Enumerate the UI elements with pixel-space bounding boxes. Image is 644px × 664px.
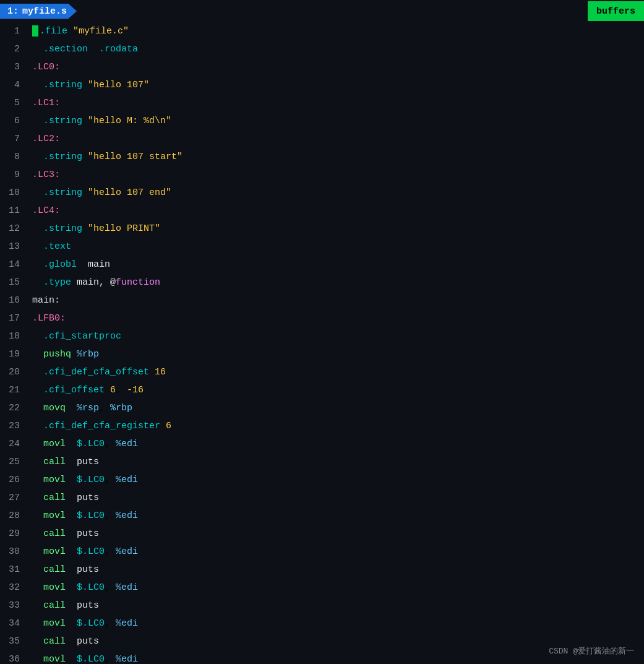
line-number: 18 [9,327,24,345]
line-number: 5 [9,94,24,112]
line-number: 4 [9,76,24,94]
line-number: 9 [9,166,24,184]
code-line: call puts [32,489,644,507]
line-number: 28 [9,507,24,525]
code-line: .LC3: [32,166,644,184]
line-number: 20 [9,363,24,381]
line-number: 11 [9,202,24,220]
line-number: 8 [9,148,24,166]
line-number: 32 [9,579,24,597]
line-number: 6 [9,112,24,130]
buffers-button[interactable]: buffers [588,1,644,21]
line-number: 16 [9,291,24,309]
code-line: .cfi_def_cfa_offset 16 [32,363,644,381]
code-content: .file "myfile.c" .section .rodata.LC0: .… [27,22,644,664]
line-number: 14 [9,256,24,274]
code-line: movl $.LC0, %edi [32,435,644,453]
watermark: CSDN @爱打酱油的新一 [549,645,634,657]
tab-filename: myfile.s [22,6,67,17]
line-number: 25 [9,453,24,471]
code-line: .string "hello 107 end" [32,184,644,202]
code-line: .LC4: [32,202,644,220]
line-number: 33 [9,597,24,614]
line-number: 36 [9,650,24,664]
code-line: .string "hello 107" [32,76,644,94]
line-number: 1 [9,22,24,40]
code-line: .cfi_offset 6, -16 [32,381,644,399]
code-line: .string "hello 107 start" [32,148,644,166]
code-area: 1234567891011121314151617181920212223242… [0,22,644,664]
code-line: call puts [32,525,644,543]
line-number: 19 [9,345,24,363]
code-line: .file "myfile.c" [32,22,644,40]
line-number: 21 [9,381,24,399]
code-line: movl $.LC0, %edi [32,507,644,525]
line-number: 12 [9,220,24,238]
line-number: 31 [9,561,24,579]
code-line: movq %rsp, %rbp [32,399,644,417]
code-line: .section .rodata [32,40,644,58]
line-number: 23 [9,417,24,435]
line-number: 24 [9,435,24,453]
code-line: call puts [32,453,644,471]
code-line: .string "hello M: %d\n" [32,112,644,130]
line-numbers: 1234567891011121314151617181920212223242… [0,22,27,664]
line-number: 15 [9,274,24,291]
code-line: pushq %rbp [32,345,644,363]
code-line: .LC2: [32,130,644,148]
line-number: 27 [9,489,24,507]
line-number: 10 [9,184,24,202]
line-number: 30 [9,543,24,561]
code-line: movl $.LC0, %edi [32,579,644,597]
code-line: .cfi_startproc [32,327,644,345]
code-line: .LC0: [32,58,644,76]
code-line: .type main, @function [32,274,644,291]
line-number: 13 [9,238,24,256]
tab-number: 1: [7,6,19,17]
code-line: .LFB0: [32,309,644,327]
code-line: .string "hello PRINT" [32,220,644,238]
line-number: 35 [9,632,24,650]
line-number: 17 [9,309,24,327]
code-line: .text [32,238,644,256]
line-number: 26 [9,471,24,489]
line-number: 34 [9,614,24,632]
line-number: 2 [9,40,24,58]
code-line: movl $.LC0, %edi [32,614,644,632]
code-line: call puts [32,561,644,579]
editor: 1: myfile.s buffers 12345678910111213141… [0,0,644,664]
line-number: 29 [9,525,24,543]
line-number: 7 [9,130,24,148]
code-line: .cfi_def_cfa_register 6 [32,417,644,435]
code-line: main: [32,291,644,309]
line-number: 22 [9,399,24,417]
code-line: movl $.LC0, %edi [32,471,644,489]
file-tab[interactable]: 1: myfile.s [0,4,77,19]
code-line: .LC1: [32,94,644,112]
code-line: call puts [32,597,644,614]
line-number: 3 [9,58,24,76]
code-line: movl $.LC0, %edi [32,543,644,561]
code-line: .globl main [32,256,644,274]
tab-bar: 1: myfile.s buffers [0,0,644,22]
